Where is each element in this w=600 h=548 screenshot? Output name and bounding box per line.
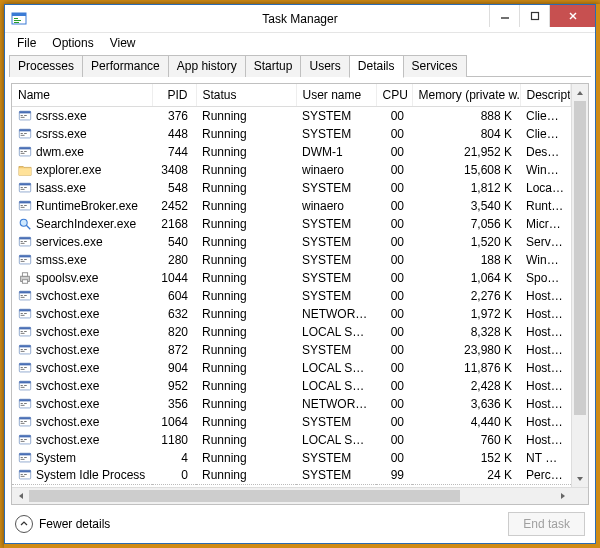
tab-app-history[interactable]: App history	[168, 55, 246, 77]
process-pid: 356	[152, 395, 196, 413]
process-name: RuntimeBroker.exe	[36, 199, 138, 213]
menu-file[interactable]: File	[9, 34, 44, 52]
table-row[interactable]: svchost.exe1064RunningSYSTEM004,440 KHos…	[12, 413, 571, 431]
svg-rect-67	[21, 349, 23, 350]
svg-rect-38	[19, 237, 30, 239]
tab-users[interactable]: Users	[300, 55, 349, 77]
process-user: SYSTEM	[296, 287, 376, 305]
table-row[interactable]: svchost.exe356RunningNETWORK...003,636 K…	[12, 395, 571, 413]
scroll-left-button[interactable]	[12, 488, 29, 504]
tab-processes[interactable]: Processes	[9, 55, 83, 77]
process-user: SYSTEM	[296, 467, 376, 485]
titlebar[interactable]: Task Manager	[5, 5, 595, 33]
tab-details[interactable]: Details	[349, 55, 404, 78]
vertical-scrollbar[interactable]	[571, 84, 588, 487]
scroll-track[interactable]	[572, 101, 588, 470]
maximize-button[interactable]	[519, 5, 549, 27]
process-icon	[18, 127, 32, 141]
tab-services[interactable]: Services	[403, 55, 467, 77]
process-memory: 3,636 K	[412, 395, 520, 413]
process-name-cell: explorer.exe	[18, 163, 146, 177]
table-row[interactable]: svchost.exe952RunningLOCAL SE...002,428 …	[12, 377, 571, 395]
svg-rect-15	[19, 129, 30, 131]
table-row[interactable]: lsass.exe548RunningSYSTEM001,812 KLocal …	[12, 179, 571, 197]
process-table[interactable]: Name PID Status User name CPU Memory (pr…	[12, 84, 571, 487]
table-row[interactable]: svchost.exe872RunningSYSTEM0023,980 KHos…	[12, 341, 571, 359]
scroll-up-button[interactable]	[572, 84, 588, 101]
table-row[interactable]: services.exe540RunningSYSTEM001,520 KSer…	[12, 233, 571, 251]
process-cpu: 00	[376, 431, 412, 449]
window-controls	[489, 5, 595, 27]
svg-rect-83	[21, 404, 25, 405]
process-status: Running	[196, 251, 296, 269]
process-icon	[18, 271, 32, 285]
svg-rect-31	[19, 201, 30, 203]
table-row[interactable]: spoolsv.exe1044RunningSYSTEM001,064 KSpo…	[12, 269, 571, 287]
svg-rect-29	[24, 187, 27, 188]
process-user: LOCAL SE...	[296, 323, 376, 341]
scroll-thumb[interactable]	[574, 101, 586, 415]
svg-rect-58	[21, 314, 25, 315]
scroll-right-button[interactable]	[554, 488, 571, 504]
end-task-button[interactable]: End task	[508, 512, 585, 536]
col-name[interactable]: Name	[12, 84, 152, 107]
scroll-down-button[interactable]	[572, 470, 588, 487]
table-row[interactable]: svchost.exe820RunningLOCAL SE...008,328 …	[12, 323, 571, 341]
col-status[interactable]: Status	[196, 84, 296, 107]
table-row[interactable]: svchost.exe904RunningLOCAL SE...0011,876…	[12, 359, 571, 377]
hscroll-track[interactable]	[29, 488, 554, 504]
process-user: DWM-1	[296, 143, 376, 161]
process-status: Running	[196, 395, 296, 413]
process-name-cell: lsass.exe	[18, 181, 146, 195]
fewer-details-button[interactable]: Fewer details	[15, 515, 110, 533]
col-user[interactable]: User name	[296, 84, 376, 107]
process-pid: 1044	[152, 269, 196, 287]
col-pid[interactable]: PID	[152, 84, 196, 107]
process-name: svchost.exe	[36, 289, 99, 303]
tab-performance[interactable]: Performance	[82, 55, 169, 77]
tab-startup[interactable]: Startup	[245, 55, 302, 77]
svg-rect-91	[19, 435, 30, 437]
svg-rect-43	[19, 255, 30, 257]
table-row[interactable]: RuntimeBroker.exe2452Runningwinaero003,5…	[12, 197, 571, 215]
table-row[interactable]: svchost.exe632RunningNETWORK...001,972 K…	[12, 305, 571, 323]
process-icon	[18, 289, 32, 303]
svg-rect-73	[21, 368, 25, 369]
table-row[interactable]: System Idle Process0RunningSYSTEM9924 KP…	[12, 467, 571, 485]
svg-rect-56	[19, 309, 30, 311]
svg-rect-63	[21, 332, 25, 333]
svg-rect-12	[21, 117, 25, 118]
svg-rect-13	[24, 115, 27, 116]
process-memory: 888 K	[412, 107, 520, 125]
table-row[interactable]: System4RunningSYSTEM00152 KNT Kernel	[12, 449, 571, 467]
table-row[interactable]: smss.exe280RunningSYSTEM00188 KWindows	[12, 251, 571, 269]
table-row[interactable]: SearchIndexer.exe2168RunningSYSTEM007,05…	[12, 215, 571, 233]
col-cpu[interactable]: CPU	[376, 84, 412, 107]
svg-rect-49	[22, 279, 27, 283]
col-memory[interactable]: Memory (private w...	[412, 84, 520, 107]
process-status: Running	[196, 161, 296, 179]
process-user: SYSTEM	[296, 341, 376, 359]
minimize-button[interactable]	[489, 5, 519, 27]
svg-rect-92	[21, 439, 23, 440]
close-button[interactable]	[549, 5, 595, 27]
menu-options[interactable]: Options	[44, 34, 101, 52]
process-user: NETWORK...	[296, 395, 376, 413]
process-icon	[18, 397, 32, 411]
table-row[interactable]: explorer.exe3408Runningwinaero0015,608 K…	[12, 161, 571, 179]
col-description[interactable]: Descriptio	[520, 84, 571, 107]
horizontal-scrollbar[interactable]	[12, 487, 588, 504]
process-memory: 24 K	[412, 467, 520, 485]
table-row[interactable]: dwm.exe744RunningDWM-10021,952 KDesktop …	[12, 143, 571, 161]
svg-rect-41	[24, 241, 27, 242]
table-row[interactable]: csrss.exe448RunningSYSTEM00804 KClient S…	[12, 125, 571, 143]
hscroll-thumb[interactable]	[29, 490, 460, 502]
process-memory: 1,812 K	[412, 179, 520, 197]
table-row[interactable]: svchost.exe1180RunningLOCAL SE...00760 K…	[12, 431, 571, 449]
table-row[interactable]: csrss.exe376RunningSYSTEM00888 KClient S…	[12, 107, 571, 125]
process-name-cell: svchost.exe	[18, 307, 146, 321]
menu-view[interactable]: View	[102, 34, 144, 52]
svg-rect-11	[21, 115, 23, 116]
svg-rect-59	[24, 313, 27, 314]
table-row[interactable]: svchost.exe604RunningSYSTEM002,276 KHost…	[12, 287, 571, 305]
